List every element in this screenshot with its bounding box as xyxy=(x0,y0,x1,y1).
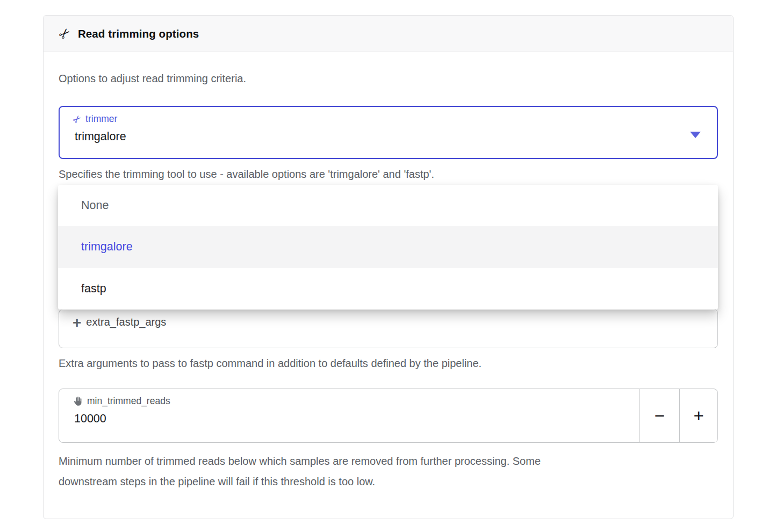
section-title: Read trimming options xyxy=(78,27,199,40)
decrement-button[interactable]: − xyxy=(639,389,680,443)
min-trimmed-reads-description: Minimum number of trimmed reads below wh… xyxy=(59,451,596,492)
min-trimmed-reads-label: min_trimmed_reads xyxy=(87,396,170,407)
increment-button[interactable]: + xyxy=(679,389,718,443)
trimmer-label-row: ✂ trimmer xyxy=(73,113,117,125)
dropdown-option-fastp[interactable]: fastp xyxy=(58,268,718,310)
read-trimming-options-card: ✂ Read trimming options Options to adjus… xyxy=(43,15,734,519)
trimmer-select[interactable]: ✂ trimmer trimgalore xyxy=(59,106,718,159)
extra-fastp-args-label: extra_fastp_args xyxy=(86,316,166,328)
scissors-icon: ✂ xyxy=(71,113,83,125)
trimmer-options-dropdown: None trimgalore fastp xyxy=(58,185,718,310)
extra-fastp-args-field[interactable]: + extra_fastp_args xyxy=(59,309,718,348)
extra-fastp-args-label-row: + extra_fastp_args xyxy=(73,316,166,328)
minus-icon: − xyxy=(655,406,665,426)
hand-icon xyxy=(73,396,83,406)
scissors-icon: ✂ xyxy=(56,25,73,42)
trimmer-label: trimmer xyxy=(85,113,117,125)
chevron-down-icon xyxy=(690,132,701,138)
trimmer-selected-value: trimgalore xyxy=(75,130,126,143)
plus-icon: + xyxy=(693,406,703,426)
dropdown-option-none[interactable]: None xyxy=(58,185,718,226)
extra-fastp-args-description: Extra arguments to pass to fastp command… xyxy=(59,357,482,370)
min-trimmed-reads-input[interactable]: min_trimmed_reads 10000 xyxy=(59,389,640,443)
dropdown-option-trimgalore[interactable]: trimgalore xyxy=(58,226,718,268)
card-header: ✂ Read trimming options xyxy=(44,16,733,52)
min-trimmed-reads-value: 10000 xyxy=(74,412,106,426)
trimmer-description: Specifies the trimming tool to use - ava… xyxy=(59,168,434,181)
min-trimmed-reads-group: min_trimmed_reads 10000 − + xyxy=(59,389,718,443)
section-description: Options to adjust read trimming criteria… xyxy=(59,73,246,85)
min-trimmed-reads-label-row: min_trimmed_reads xyxy=(73,396,170,407)
